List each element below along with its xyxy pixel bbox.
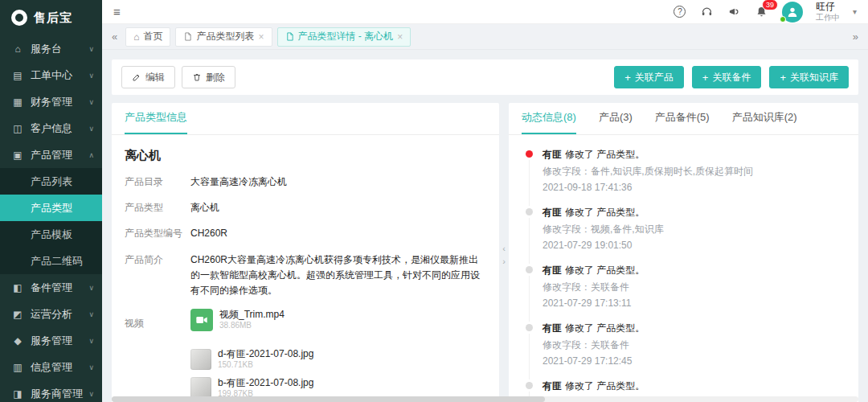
help-icon[interactable]: ? <box>673 5 687 19</box>
tabs-scroll-left[interactable]: « <box>108 31 121 43</box>
detail-toolbar: 编辑 删除 + 关联产品 + 关联备件 + <box>112 59 858 95</box>
notification-badge: 39 <box>762 0 778 10</box>
field-catalog: 产品目录 大容量高速冷冻离心机 <box>125 174 486 190</box>
panel-splitter[interactable]: ‹ › <box>499 103 509 402</box>
operations-analysis-icon: ◩ <box>11 309 24 320</box>
timeline-entry: 有匪修改了 产品类型。 修改字段：关联备件 2021-07-29 17:13:1… <box>526 264 845 309</box>
sidebar-item-service-management[interactable]: ◆ 服务管理 ∨ <box>0 327 102 354</box>
plus-icon: + <box>702 72 709 83</box>
caret-down-icon[interactable]: ▾ <box>853 7 857 16</box>
edit-icon <box>132 72 141 82</box>
sidebar-item-product-qrcode[interactable]: 产品二维码 <box>0 248 102 274</box>
tab-product-parts[interactable]: 产品备件(5) <box>655 110 710 134</box>
sidebar-item-work-orders[interactable]: ▤ 工单中心 ∨ <box>0 62 102 88</box>
link-product-button[interactable]: + 关联产品 <box>614 66 684 88</box>
tab-product-type-detail[interactable]: 产品类型详情 - 离心机 × <box>277 27 411 47</box>
notifications-icon[interactable]: 39 <box>755 5 769 19</box>
chevron-down-icon: ∨ <box>88 284 94 292</box>
timeline-dot <box>526 208 533 215</box>
sidebar-item-label: 信息管理 <box>31 360 72 375</box>
close-icon[interactable]: × <box>258 31 264 43</box>
sidebar-item-info-management[interactable]: ▥ 信息管理 ∨ <box>0 354 102 380</box>
trash-icon <box>192 72 202 82</box>
sidebar-item-label: 产品类型 <box>31 201 72 215</box>
service-management-icon: ◆ <box>11 335 24 347</box>
plus-icon: + <box>780 72 786 83</box>
sidebar-item-label: 客户信息 <box>31 121 72 136</box>
horizontal-scrollbar-thumb[interactable] <box>112 396 545 402</box>
tabbar: « ⌂ 首页 产品类型列表 × 产品类型详情 - 离心机 × » <box>102 24 868 50</box>
collapse-right-icon[interactable]: › <box>502 256 506 266</box>
sidebar-item-label: 产品模板 <box>31 228 72 242</box>
sidebar-item-label: 财务管理 <box>31 95 72 109</box>
brand-name: 售后宝 <box>34 10 72 26</box>
horizontal-scrollbar[interactable] <box>112 396 858 402</box>
delete-button[interactable]: 删除 <box>182 66 235 88</box>
avatar[interactable] <box>782 2 803 23</box>
sidebar-item-label: 运营分析 <box>31 307 72 322</box>
tab-label: 产品类型详情 - 离心机 <box>298 30 394 43</box>
chevron-down-icon: ∨ <box>88 98 94 106</box>
field-video: 视频 视频_Trim.mp4 38.86MB <box>125 309 486 338</box>
brand-logo-icon <box>11 10 27 26</box>
sidebar-item-label: 工单中心 <box>31 68 72 83</box>
sidebar-item-operations-analysis[interactable]: ◩ 运营分析 ∨ <box>0 301 102 327</box>
sidebar-collapse-button[interactable]: ≡ <box>113 5 121 18</box>
image-file[interactable]: d-有匪-2021-07-08.jpg 150.71KB <box>190 348 486 371</box>
tab-home[interactable]: ⌂ 首页 <box>125 27 170 47</box>
user-menu[interactable]: 旺仔 工作中 <box>816 2 840 22</box>
panels: 产品类型信息 离心机 产品目录 大容量高速冷冻离心机 产品类型 离心机 <box>112 103 858 402</box>
sidebar-item-label: 产品列表 <box>31 174 72 189</box>
chevron-down-icon: ∨ <box>88 390 94 398</box>
left-panel-tabs: 产品类型信息 <box>112 103 499 135</box>
tab-activity[interactable]: 动态信息(8) <box>522 110 576 134</box>
sidebar-item-product-management[interactable]: ▣ 产品管理 ∧ <box>0 142 102 168</box>
field-type: 产品类型 离心机 <box>125 200 486 215</box>
sidebar-item-product-template[interactable]: 产品模板 <box>0 221 102 248</box>
tab-label: 产品类型列表 <box>196 30 254 43</box>
tab-product-kb[interactable]: 产品知识库(2) <box>732 110 797 134</box>
sidebar-item-product-list[interactable]: 产品列表 <box>0 168 102 195</box>
sidebar-item-finance[interactable]: ▦ 财务管理 ∨ <box>0 88 102 115</box>
field-intro: 产品简介 CH260R大容量高速冷冻离心机获得多项专利技术，是湘仪最新推出的一款… <box>125 252 486 299</box>
product-type-info-panel: 产品类型信息 离心机 产品目录 大容量高速冷冻离心机 产品类型 离心机 <box>112 103 499 402</box>
sidebar-item-customers[interactable]: ◫ 客户信息 ∨ <box>0 115 102 142</box>
activity-timeline: 有匪修改了 产品类型。 修改字段：备件,知识库,质保期时长,质保起算时间 202… <box>509 135 858 402</box>
sidebar-item-parts-management[interactable]: ◧ 备件管理 ∨ <box>0 274 102 301</box>
link-parts-button[interactable]: + 关联备件 <box>692 66 762 88</box>
support-headset-icon[interactable] <box>700 5 714 19</box>
timeline-entry: 有匪修改了 产品类型。 修改字段：备件,知识库,质保期时长,质保起算时间 202… <box>526 148 845 193</box>
document-icon <box>285 32 294 41</box>
chevron-up-icon: ∧ <box>88 151 94 159</box>
link-kb-button[interactable]: + 关联知识库 <box>769 66 849 88</box>
chevron-down-icon: ∨ <box>88 45 94 53</box>
sidebar-item-label: 服务商管理 <box>31 387 83 401</box>
image-file[interactable]: b-有匪-2021-07-08.jpg 199.87KB <box>190 377 486 400</box>
collapse-left-icon[interactable]: ‹ <box>502 244 506 253</box>
sidebar-item-label: 服务管理 <box>31 334 72 348</box>
product-management-icon: ▣ <box>11 150 24 161</box>
tabs-scroll-right[interactable]: » <box>850 31 862 43</box>
online-status-dot <box>780 16 786 23</box>
sidebar-item-product-type[interactable]: 产品类型 <box>0 195 102 221</box>
home-icon: ⌂ <box>133 31 139 43</box>
tab-products[interactable]: 产品(3) <box>599 110 633 134</box>
sidebar-item-service-desk[interactable]: ⌂ 服务台 ∨ <box>0 35 102 62</box>
tab-product-type-list[interactable]: 产品类型列表 × <box>175 27 272 47</box>
topbar-right: ? 39 旺仔 工作中 <box>673 2 857 23</box>
field-code: 产品类型编号 CH260R <box>125 226 486 241</box>
sidebar-item-label: 服务台 <box>31 42 62 56</box>
customers-icon: ◫ <box>11 123 24 134</box>
edit-button[interactable]: 编辑 <box>121 66 175 88</box>
announcement-icon[interactable] <box>727 5 742 19</box>
topbar: ≡ ? 39 旺仔 <box>102 0 868 24</box>
close-icon[interactable]: × <box>397 31 403 43</box>
timeline-dot <box>526 150 533 158</box>
sidebar-item-provider-management[interactable]: ◨ 服务商管理 ∨ <box>0 380 102 402</box>
timeline-dot <box>526 382 533 389</box>
video-file[interactable]: 视频_Trim.mp4 38.86MB <box>190 309 486 331</box>
activity-panel: 动态信息(8) 产品(3) 产品备件(5) 产品知识库(2) 有匪修改了 产品类… <box>509 103 858 402</box>
sidebar-item-label: 备件管理 <box>31 281 72 295</box>
tab-product-type-info[interactable]: 产品类型信息 <box>125 110 187 134</box>
app-root: 售后宝 ⌂ 服务台 ∨ ▤ 工单中心 ∨ ▦ 财务管理 ∨ ◫ 客户信息 ∨ <box>0 0 868 402</box>
